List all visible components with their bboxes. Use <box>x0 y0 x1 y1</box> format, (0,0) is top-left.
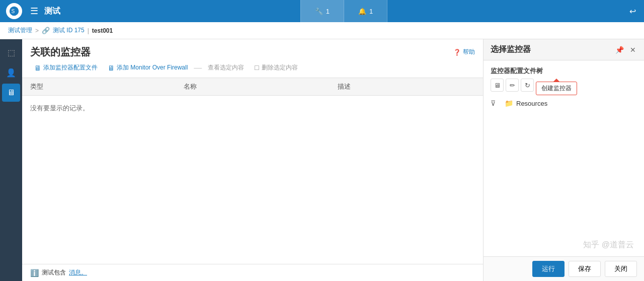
hamburger-icon[interactable]: ☰ <box>30 6 38 17</box>
folder-icon: 📁 <box>505 99 513 107</box>
main-layout: ⬚ 👤 🖥 关联的监控器 ❓ 帮助 🖥 添加监控器配置文件 <box>0 39 644 281</box>
page-title-row: 关联的监控器 ❓ 帮助 <box>30 45 475 59</box>
delete-selected-button[interactable]: ☐ 删除选定内容 <box>250 62 302 74</box>
view-selected-button[interactable]: 查看选定内容 <box>204 62 248 74</box>
help-label: 帮助 <box>463 48 475 56</box>
pin-icon[interactable]: 📌 <box>614 45 625 55</box>
back-icon[interactable]: ↩ <box>627 5 638 18</box>
panel-section: 监控器配置文件树 🖥 ✏ ↻ <box>491 66 637 109</box>
bottom-info-text: 测试包含 <box>42 268 66 277</box>
breadcrumb-sep-2: | <box>88 27 89 34</box>
app-title: 测试 <box>44 6 60 17</box>
page-title: 关联的监控器 <box>30 45 91 59</box>
add-config-button[interactable]: 🖥 添加监控器配置文件 <box>30 62 102 74</box>
nav-right-actions: ↩ <box>627 5 638 18</box>
run-button[interactable]: 运行 <box>532 261 565 277</box>
screen-tool-btn[interactable]: 🖥 <box>491 79 504 92</box>
sidebar-item-user[interactable]: 👤 <box>2 63 20 82</box>
tree-filter-row: ⊽ 📁 Resources <box>491 97 637 109</box>
bottom-bar: ℹ️ 测试包含 消息。 <box>22 264 483 281</box>
edit-tool-btn[interactable]: ✏ <box>506 79 519 92</box>
no-records-text: 没有要显示的记录。 <box>22 96 483 121</box>
monitor-icon: ⬚ <box>8 48 15 57</box>
screen-tool-icon: 🖥 <box>494 82 501 89</box>
top-navigation: S ☰ 测试 🔧 1 🔔 1 ↩ <box>0 0 644 22</box>
refresh-tool-btn[interactable]: ↻ <box>521 79 534 92</box>
nav-tab-1[interactable]: 🔔 1 <box>344 0 387 22</box>
edit-tool-icon: ✏ <box>510 82 515 89</box>
tree-toolbar: 🖥 ✏ ↻ <box>491 79 534 92</box>
panel-section-title: 监控器配置文件树 <box>491 66 637 76</box>
right-panel-body: 监控器配置文件树 🖥 ✏ ↻ <box>484 60 644 256</box>
app-logo: S <box>6 3 22 19</box>
col-name: 名称 <box>176 78 329 96</box>
add-config-icon: 🖥 <box>34 64 41 72</box>
tree-item-label: Resources <box>516 100 547 107</box>
info-icon: ℹ️ <box>30 269 39 277</box>
right-panel-actions: 📌 ✕ <box>614 45 637 55</box>
tooltip-wrapper: 创建监控器 <box>536 79 577 95</box>
link-icon: 🔗 <box>42 27 50 34</box>
tree-item-resources[interactable]: 📁 Resources <box>501 97 551 109</box>
svg-text:S: S <box>12 9 15 14</box>
right-panel-footer: 运行 保存 关闭 <box>484 256 644 281</box>
toolbar-sep-1: — <box>194 63 202 73</box>
nav-tab-1-label: 1 <box>369 8 373 15</box>
right-panel-header: 选择监控器 📌 ✕ <box>484 39 644 60</box>
right-panel: 选择监控器 📌 ✕ 监控器配置文件树 🖥 ✏ <box>483 39 644 281</box>
sidebar-item-screen[interactable]: 🖥 <box>2 84 20 102</box>
delete-selected-label: 删除选定内容 <box>262 63 298 72</box>
left-sidebar: ⬚ 👤 🖥 <box>0 39 22 281</box>
bell-icon: 🔔 <box>358 8 366 15</box>
screen-icon: 🖥 <box>7 88 15 97</box>
nav-tab-0-label: 1 <box>326 8 330 15</box>
breadcrumb-root[interactable]: 测试管理 <box>8 26 32 35</box>
right-panel-title: 选择监控器 <box>491 44 531 55</box>
page-header: 关联的监控器 ❓ 帮助 🖥 添加监控器配置文件 🖥 添加 Monitor Ove… <box>22 39 483 78</box>
bottom-bar-link[interactable]: 消息。 <box>69 268 87 277</box>
add-monitor-icon: 🖥 <box>108 64 115 72</box>
user-icon: 👤 <box>6 68 16 78</box>
save-button[interactable]: 保存 <box>569 261 601 277</box>
create-monitor-tooltip: 创建监控器 <box>536 82 577 95</box>
close-panel-icon[interactable]: ✕ <box>629 45 637 55</box>
sidebar-item-monitor[interactable]: ⬚ <box>2 43 20 61</box>
tree-tool-row: 🖥 ✏ ↻ 创建监控器 <box>491 79 637 95</box>
col-desc: 描述 <box>330 78 483 96</box>
checkbox-icon: ☐ <box>254 64 260 72</box>
breadcrumb-mid[interactable]: 测试 ID 175 <box>53 26 85 35</box>
col-type: 类型 <box>22 78 176 96</box>
breadcrumb: 测试管理 > 🔗 测试 ID 175 | test001 <box>0 22 644 39</box>
content-area: 关联的监控器 ❓ 帮助 🖥 添加监控器配置文件 🖥 添加 Monitor Ove… <box>22 39 483 281</box>
filter-icon[interactable]: ⊽ <box>491 99 496 107</box>
nav-tab-0[interactable]: 🔧 1 <box>300 0 344 22</box>
nav-tabs: 🔧 1 🔔 1 <box>66 0 621 22</box>
table-container: 类型 名称 描述 没有要显示的记录。 <box>22 78 483 264</box>
view-selected-label: 查看选定内容 <box>208 63 244 72</box>
close-button[interactable]: 关闭 <box>605 261 637 277</box>
main-table: 类型 名称 描述 没有要显示的记录。 <box>22 78 483 121</box>
add-config-label: 添加监控器配置文件 <box>43 63 98 72</box>
help-button[interactable]: ❓ 帮助 <box>453 48 475 56</box>
add-monitor-button[interactable]: 🖥 添加 Monitor Over Firewall <box>104 62 192 74</box>
breadcrumb-sep-1: > <box>35 27 39 34</box>
wrench-icon: 🔧 <box>315 8 323 15</box>
breadcrumb-current: test001 <box>92 27 113 34</box>
add-monitor-label: 添加 Monitor Over Firewall <box>117 63 188 72</box>
refresh-tool-icon: ↻ <box>525 82 530 89</box>
toolbar: 🖥 添加监控器配置文件 🖥 添加 Monitor Over Firewall —… <box>30 62 475 74</box>
question-icon: ❓ <box>453 49 461 56</box>
